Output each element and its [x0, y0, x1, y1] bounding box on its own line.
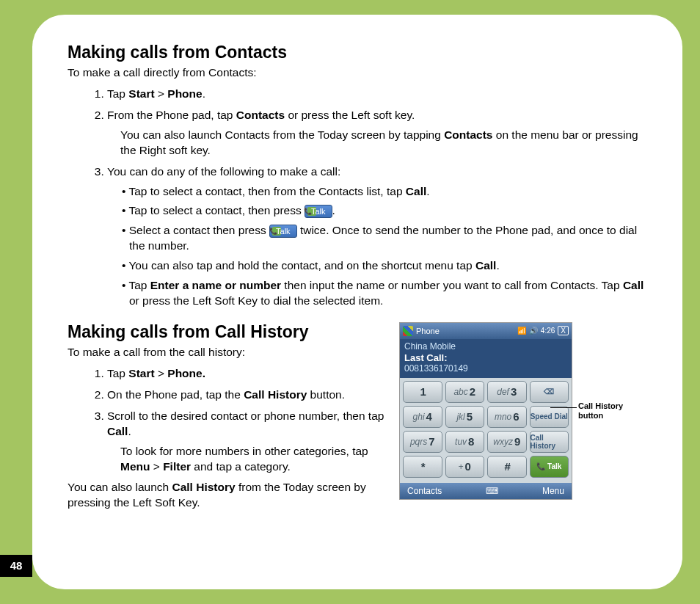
page-number: 48: [0, 555, 32, 577]
last-call-label: Last Call:: [400, 352, 572, 363]
left-column: Making calls from Call History To make a…: [68, 322, 386, 517]
phone-icon: 📞: [536, 462, 545, 470]
heading-contacts: Making calls from Contacts: [68, 43, 649, 62]
talk-button[interactable]: 📞Talk: [530, 456, 569, 478]
h-step-3-note: To look for more numbers in other catego…: [120, 444, 386, 475]
talk-button-inline: 📞Talk: [269, 225, 297, 238]
steps-history: Tap Start > Phone. On the Phone pad, tap…: [68, 366, 386, 475]
key-7[interactable]: pqrs7: [403, 431, 442, 453]
phone-time: 4:26: [541, 327, 555, 335]
key-8[interactable]: tuv8: [445, 431, 485, 453]
intro-contacts: To make a call directly from Contacts:: [68, 65, 649, 81]
carrier-label: China Mobile: [400, 339, 572, 352]
phone-titlebar: Phone 📶🔊4:26X: [400, 323, 572, 339]
h-step-3: Scroll to the desired contact or phone n…: [107, 409, 386, 475]
start-icon: [403, 326, 413, 336]
key-4[interactable]: ghi4: [403, 406, 442, 428]
talk-button-inline: 📞Talk: [305, 205, 332, 218]
phone-title: Phone: [416, 327, 440, 335]
softkey-bar: Contacts ⌨ Menu: [400, 483, 572, 499]
intro-history: To make a call from the call history:: [68, 345, 386, 360]
steps-contacts: Tap Start > Phone. From the Phone pad, t…: [68, 87, 649, 309]
history-outro: You can also launch Call History from th…: [68, 480, 386, 511]
key-5[interactable]: jkl5: [445, 406, 485, 428]
callout-line: [550, 407, 577, 408]
key-star[interactable]: *: [403, 456, 442, 478]
h-step-2: On the Phone pad, tap the Call History b…: [107, 387, 386, 403]
softkey-left[interactable]: Contacts: [407, 486, 442, 496]
bullet-3: Select a contact then press 📞Talk twice.…: [122, 223, 649, 254]
bullet-2: Tap to select a contact, then press 📞Tal…: [122, 203, 649, 219]
step-1: Tap Start > Phone.: [107, 87, 649, 102]
key-2[interactable]: abc2: [445, 381, 485, 403]
heading-history: Making calls from Call History: [68, 322, 386, 342]
keyboard-icon[interactable]: ⌨: [486, 486, 498, 496]
call-history-button[interactable]: Call History: [530, 431, 569, 453]
callout-label: Call History button: [578, 401, 649, 421]
speed-dial-button[interactable]: Speed Dial: [530, 406, 569, 428]
key-0[interactable]: +0: [445, 456, 485, 478]
step-3-bullets: Tap to select a contact, then from the C…: [122, 184, 649, 309]
key-9[interactable]: wxyz9: [487, 431, 527, 453]
key-3[interactable]: def3: [487, 381, 527, 403]
step-3: You can do any of the following to make …: [107, 164, 649, 309]
keypad: 1 abc2 def3 ⌫ ghi4 jkl5 mno6 Speed Dial …: [400, 378, 572, 483]
phone-screenshot: Phone 📶🔊4:26X China Mobile Last Call: 00…: [399, 322, 572, 500]
key-1[interactable]: 1: [403, 381, 442, 403]
signal-icon: 📶: [517, 327, 526, 335]
manual-page: Making calls from Contacts To make a cal…: [32, 15, 682, 589]
step-2-note: You can also launch Contacts from the To…: [120, 128, 649, 159]
softkey-right[interactable]: Menu: [542, 486, 564, 496]
bullet-1: Tap to select a contact, then from the C…: [122, 184, 649, 200]
step-2: From the Phone pad, tap Contacts or pres…: [107, 108, 649, 159]
volume-icon: 🔊: [529, 327, 538, 335]
bullet-4: You can also tap and hold the contact, a…: [122, 258, 649, 274]
close-icon: X: [558, 326, 569, 335]
last-call-number: 0081336170149: [400, 363, 572, 378]
bullet-5: Tap Enter a name or number then input th…: [122, 278, 649, 309]
key-6[interactable]: mno6: [487, 406, 527, 428]
right-column: Phone 📶🔊4:26X China Mobile Last Call: 00…: [399, 322, 649, 500]
key-hash[interactable]: #: [487, 456, 527, 478]
h-step-1: Tap Start > Phone.: [107, 366, 386, 382]
backspace-button[interactable]: ⌫: [530, 381, 569, 403]
